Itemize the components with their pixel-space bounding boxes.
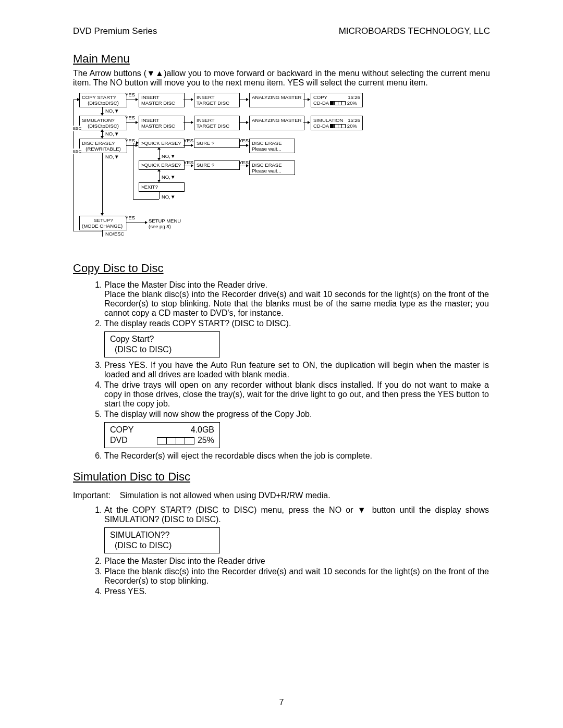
display-simulation: SIMULATION?? (DISC to DISC) (104, 527, 220, 553)
diagram-setup: SETUP? (MODE CHANGE) (79, 216, 127, 230)
diagram-disc-erase: DISC ERASE? (REWRITABLE) (79, 139, 127, 153)
copy-step-4: The drive trays will open on any recorde… (104, 380, 490, 409)
diagram-insert-master-2: INSERT MASTER DISC (139, 116, 185, 130)
diagram-quick-erase-2: >QUICK ERASE? (139, 161, 185, 170)
section-main-menu-title: Main Menu (73, 52, 490, 66)
simulation-steps: At the COPY START? (DISC to DISC) menu, … (73, 505, 490, 596)
diagram-sure-1: SURE ? (194, 139, 240, 148)
copy-step-5: The display will now show the progress o… (104, 410, 490, 448)
diagram-copy-progress: COPY15:26 CD-DA 20% (311, 93, 363, 107)
sim-step-1: At the COPY START? (DISC to DISC) menu, … (104, 505, 490, 553)
diagram-quick-erase-1: >QUICK ERASE? (139, 139, 185, 148)
diagram-exit: >EXIT? (139, 182, 185, 192)
sim-step-2: Place the Master Disc into the Reader dr… (104, 557, 490, 566)
diagram-analyzing-1: ANALYZING MASTER (249, 93, 304, 107)
diagram-sure-2: SURE ? (194, 161, 240, 170)
sim-step-3: Place the blank disc(s) into the Recorde… (104, 567, 490, 586)
display-copy-progress: COPY 4.0GB DVD 25% (104, 422, 220, 448)
progress-bar-icon (157, 437, 194, 445)
section-copy-title: Copy Disc to Disc (73, 262, 490, 275)
simulation-important: Important: Simulation is not allowed whe… (73, 491, 490, 500)
document-page: DVD Premium Series MICROBOARDS TECHNOLOG… (0, 0, 563, 728)
diagram-insert-master-1: INSERT MASTER DISC (139, 93, 185, 107)
copy-step-2: The display reads COPY START? (DISC to D… (104, 319, 490, 357)
page-number: 7 (279, 698, 284, 707)
diagram-simulation-progress: SIMULATION15:26 CD-DA 20% (311, 116, 363, 130)
header-left: DVD Premium Series (73, 26, 157, 36)
header-right: MICROBOARDS TECHNOLOGY, LLC (339, 26, 490, 36)
diagram-copy-start: COPY START? (DISCtoDISC) (79, 93, 127, 107)
diagram-erase-wait-2: DISC ERASE Please wait... (249, 161, 295, 175)
display-copy-start: Copy Start? (DISC to DISC) (104, 331, 220, 357)
copy-step-3: Press YES. If you have the Auto Run feat… (104, 361, 490, 379)
menu-flow-diagram: COPY START? (DISCtoDISC) YES INSERT MAST… (73, 93, 365, 244)
diagram-erase-wait-1: DISC ERASE Please wait... (249, 139, 295, 153)
copy-step-6: The Recorder(s) will eject the recordabl… (104, 451, 490, 461)
diagram-analyzing-2: ANALYZING MASTER (249, 116, 304, 130)
main-menu-intro: The Arrow buttons (▼▲)allow you to move … (73, 69, 490, 88)
diagram-insert-target-1: INSERT TARGET DISC (194, 93, 240, 107)
page-header: DVD Premium Series MICROBOARDS TECHNOLOG… (73, 26, 490, 36)
diagram-simulation: SIMULATION? (DISCtoDISC) (79, 116, 127, 130)
section-simulation-title: Simulation Disc to Disc (73, 470, 490, 484)
diagram-setup-menu: SETUP MENU (see pg 8) (149, 218, 181, 229)
copy-steps: Place the Master Disc into the Reader dr… (73, 280, 490, 461)
copy-step-1: Place the Master Disc into the Reader dr… (104, 280, 490, 318)
diagram-insert-target-2: INSERT TARGET DISC (194, 116, 240, 130)
sim-step-4: Press YES. (104, 587, 490, 596)
